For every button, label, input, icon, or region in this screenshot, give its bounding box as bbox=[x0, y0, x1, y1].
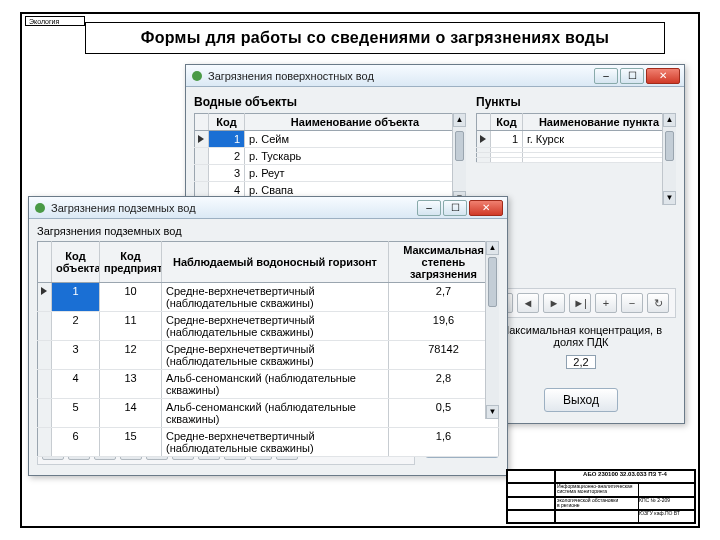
table-row[interactable]: 110Средне-верхнечетвертичный (наблюдател… bbox=[38, 283, 499, 312]
close-button[interactable]: ✕ bbox=[469, 200, 503, 216]
svg-point-1 bbox=[35, 203, 45, 213]
table-row[interactable]: 1г. Курск bbox=[477, 131, 676, 148]
col-company: Код предприятия bbox=[100, 242, 162, 283]
app-icon bbox=[33, 201, 47, 215]
table-row[interactable]: 514Альб-сеноманский (наблюдательные сква… bbox=[38, 399, 499, 428]
scrollbar[interactable]: ▲▼ bbox=[662, 113, 676, 205]
col-obj: Код объекта bbox=[52, 242, 100, 283]
nav-add[interactable]: + bbox=[595, 293, 617, 313]
minimize-button[interactable]: – bbox=[417, 200, 441, 216]
water-objects-table[interactable]: КодНаименование объекта 1р. Сейм 2р. Тус… bbox=[194, 113, 466, 199]
nav-last[interactable]: ►| bbox=[569, 293, 591, 313]
maximize-button[interactable]: ☐ bbox=[443, 200, 467, 216]
window-title: Загрязнения поверхностных вод bbox=[208, 70, 594, 82]
drawing-stamp: АБО 230100 32.03.033 ПЗ Т-4 Информационн… bbox=[506, 469, 696, 524]
table-row[interactable]: 3р. Реут bbox=[195, 165, 466, 182]
titlebar-ground[interactable]: Загрязнения подземных вод – ☐ ✕ bbox=[29, 197, 507, 219]
window-title: Загрязнения подземных вод bbox=[51, 202, 417, 214]
nav-prev[interactable]: ◄ bbox=[517, 293, 539, 313]
svg-point-0 bbox=[192, 71, 202, 81]
page-title: Формы для работы со сведениями о загрязн… bbox=[85, 22, 665, 54]
scrollbar[interactable]: ▲▼ bbox=[485, 241, 499, 419]
groundwater-table[interactable]: Код объекта Код предприятия Наблюдаемый … bbox=[37, 241, 499, 457]
col-max: Максимальная степень загрязнения bbox=[389, 242, 499, 283]
nav-next[interactable]: ► bbox=[543, 293, 565, 313]
col-horizon: Наблюдаемый водоносный горизонт bbox=[162, 242, 389, 283]
col-name: Наименование объекта bbox=[245, 114, 466, 131]
table-row[interactable]: 2р. Тускарь bbox=[195, 148, 466, 165]
table-row[interactable]: 1р. Сейм bbox=[195, 131, 466, 148]
nav-del[interactable]: − bbox=[621, 293, 643, 313]
maximize-button[interactable]: ☐ bbox=[620, 68, 644, 84]
col-code: Код bbox=[491, 114, 523, 131]
concentration-field[interactable]: 2,2 bbox=[566, 355, 595, 369]
minimize-button[interactable]: – bbox=[594, 68, 618, 84]
scrollbar[interactable]: ▲▼ bbox=[452, 113, 466, 205]
close-button[interactable]: ✕ bbox=[646, 68, 680, 84]
section-points: Пункты bbox=[476, 95, 676, 109]
points-table[interactable]: КодНаименование пункта 1г. Курск bbox=[476, 113, 676, 163]
app-icon bbox=[190, 69, 204, 83]
col-code: Код bbox=[209, 114, 245, 131]
exit-button[interactable]: Выход bbox=[544, 388, 618, 412]
nav-refresh[interactable]: ↻ bbox=[647, 293, 669, 313]
concentration-label: Максимальная концентрация, в долях ПДК bbox=[486, 324, 676, 348]
table-row[interactable]: 312Средне-верхнечетвертичный (наблюдател… bbox=[38, 341, 499, 370]
titlebar-surface[interactable]: Загрязнения поверхностных вод – ☐ ✕ bbox=[186, 65, 684, 87]
section-water-objects: Водные объекты bbox=[194, 95, 466, 109]
table-row[interactable]: 211Средне-верхнечетвертичный (наблюдател… bbox=[38, 312, 499, 341]
groundwater-window: Загрязнения подземных вод – ☐ ✕ Загрязне… bbox=[28, 196, 508, 476]
table-row[interactable]: 413Альб-сеноманский (наблюдательные сква… bbox=[38, 370, 499, 399]
corner-tag: Экология поверх. воды bbox=[25, 16, 85, 26]
nav-bar-surface: |◄ ◄ ► ►| + − ↻ bbox=[486, 288, 676, 318]
col-name: Наименование пункта bbox=[523, 114, 676, 131]
table-row[interactable]: 615Средне-верхнечетвертичный (наблюдател… bbox=[38, 428, 499, 457]
form-heading: Загрязнения подземных вод bbox=[37, 225, 499, 237]
